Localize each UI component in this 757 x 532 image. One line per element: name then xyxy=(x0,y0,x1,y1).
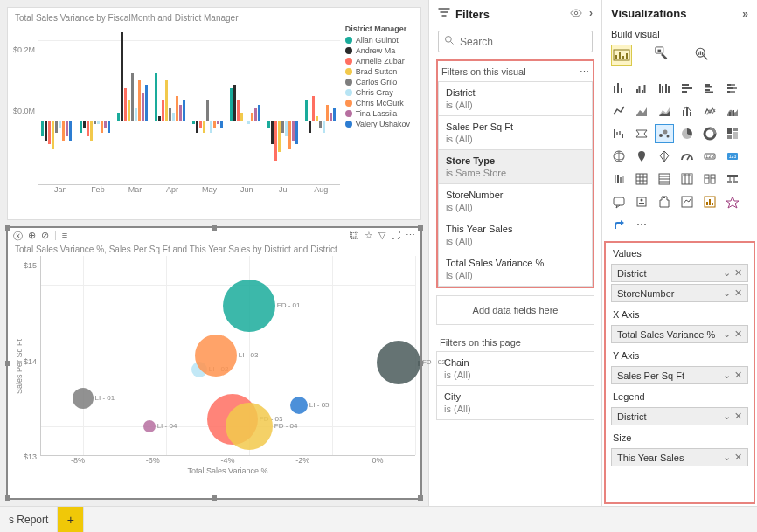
collapse-icon[interactable]: » xyxy=(742,8,748,20)
data-point[interactable] xyxy=(73,388,94,409)
viz-type-icon[interactable] xyxy=(632,192,651,211)
chevron-down-icon[interactable]: ⌄ xyxy=(723,452,731,463)
filter-card[interactable]: This Year Salesis (All) xyxy=(438,218,593,252)
viz-type-icon[interactable] xyxy=(700,79,719,98)
viz-type-icon[interactable] xyxy=(700,192,719,211)
viz-type-icon[interactable] xyxy=(655,124,674,143)
drill-down-icon[interactable]: ⊕ xyxy=(28,230,36,243)
collapse-icon[interactable]: › xyxy=(589,7,593,22)
data-point[interactable] xyxy=(223,280,275,332)
add-page-button[interactable]: + xyxy=(58,507,84,532)
legend-item[interactable]: Chris McGurk xyxy=(345,98,410,108)
filter-card[interactable]: Sales Per Sq Ftis (All) xyxy=(438,116,593,150)
legend-item[interactable]: Valery Ushakov xyxy=(345,119,410,129)
legend-item[interactable]: Chris Gray xyxy=(345,87,410,98)
add-data-fields[interactable]: Add data fields here xyxy=(436,295,594,325)
resize-handle[interactable] xyxy=(418,495,423,501)
data-point[interactable] xyxy=(143,420,156,432)
viz-type-icon[interactable] xyxy=(609,215,629,234)
viz-type-icon[interactable]: ⋯ xyxy=(632,215,651,234)
legend-item[interactable]: Brad Sutton xyxy=(345,66,410,77)
viz-type-icon[interactable] xyxy=(655,101,674,121)
field-chip[interactable]: District⌄✕ xyxy=(611,407,748,425)
field-chip[interactable]: Total Sales Variance %⌄✕ xyxy=(611,325,748,343)
viz-type-icon[interactable] xyxy=(723,192,742,211)
resize-handle[interactable] xyxy=(5,361,10,366)
format-tab[interactable] xyxy=(651,45,672,66)
eye-icon[interactable] xyxy=(570,7,582,22)
report-canvas[interactable]: Total Sales Variance by FiscalMonth and … xyxy=(0,0,428,506)
viz-type-icon[interactable] xyxy=(655,192,674,211)
focus-mode-icon[interactable]: ⛶ xyxy=(391,230,400,243)
viz-type-icon[interactable] xyxy=(655,147,674,166)
data-point[interactable] xyxy=(290,397,308,414)
viz-type-icon[interactable] xyxy=(655,79,674,98)
viz-type-icon[interactable] xyxy=(609,101,629,121)
legend-item[interactable]: Andrew Ma xyxy=(345,45,410,56)
resize-handle[interactable] xyxy=(5,225,10,231)
viz-type-icon[interactable] xyxy=(677,101,697,121)
more-icon[interactable]: ⋯ xyxy=(406,230,415,243)
scatter-chart[interactable]: ⓧ ⊕ ⊘ | ≡ ⿻ ☆ ▽ ⛶ ⋯ Total Sales Variance… xyxy=(7,227,421,499)
viz-type-icon[interactable] xyxy=(632,101,651,121)
resize-handle[interactable] xyxy=(212,225,217,231)
report-tab[interactable]: s Report xyxy=(0,507,58,532)
field-chip[interactable]: Sales Per Sq Ft⌄✕ xyxy=(611,366,748,384)
cluster-column-chart[interactable]: Total Sales Variance by FiscalMonth and … xyxy=(7,7,421,220)
remove-icon[interactable]: ✕ xyxy=(734,287,742,299)
remove-icon[interactable]: ✕ xyxy=(734,267,742,279)
legend-item[interactable]: Annelie Zubar xyxy=(345,56,410,66)
search-input[interactable] xyxy=(460,36,591,48)
remove-icon[interactable]: ✕ xyxy=(734,452,742,463)
filter-card[interactable]: Total Sales Variance %is (All) xyxy=(438,252,593,287)
viz-type-icon[interactable] xyxy=(677,147,697,166)
field-chip[interactable]: StoreNumber⌄✕ xyxy=(611,284,748,302)
data-point[interactable] xyxy=(377,341,420,384)
viz-type-icon[interactable] xyxy=(609,124,629,143)
viz-type-icon[interactable] xyxy=(700,101,719,121)
viz-type-icon[interactable] xyxy=(632,79,651,98)
legend-item[interactable]: Allan Guinot xyxy=(345,35,410,45)
viz-type-icon[interactable] xyxy=(723,101,742,121)
viz-type-icon[interactable] xyxy=(609,192,629,211)
viz-type-icon[interactable] xyxy=(700,169,719,189)
field-chip[interactable]: This Year Sales⌄✕ xyxy=(611,448,748,466)
viz-type-icon[interactable] xyxy=(723,124,742,143)
drill-toggle-icon[interactable]: ≡ xyxy=(62,230,67,243)
viz-type-icon[interactable] xyxy=(632,169,651,189)
viz-type-icon[interactable] xyxy=(609,79,629,98)
analytics-tab[interactable] xyxy=(691,45,712,66)
viz-type-icon[interactable] xyxy=(677,79,697,98)
filter-card[interactable]: StoreNumberis (All) xyxy=(438,184,593,218)
build-visual-tab[interactable] xyxy=(611,45,632,66)
data-point[interactable] xyxy=(195,335,237,377)
resize-handle[interactable] xyxy=(5,495,10,501)
legend-item[interactable]: Carlos Grilo xyxy=(345,77,410,87)
chevron-down-icon[interactable]: ⌄ xyxy=(723,287,731,299)
chevron-down-icon[interactable]: ⌄ xyxy=(723,267,731,279)
legend-item[interactable]: Tina Lassila xyxy=(345,108,410,119)
chevron-down-icon[interactable]: ⌄ xyxy=(723,328,731,340)
expand-icon[interactable]: ⊘ xyxy=(41,230,49,243)
chevron-down-icon[interactable]: ⌄ xyxy=(723,411,731,422)
more-icon[interactable]: ⋯ xyxy=(580,66,589,78)
viz-type-icon[interactable] xyxy=(609,147,629,166)
filter-search[interactable] xyxy=(438,31,593,52)
copy-icon[interactable]: ⿻ xyxy=(350,230,359,243)
viz-type-icon[interactable] xyxy=(723,169,742,189)
remove-icon[interactable]: ✕ xyxy=(734,411,742,422)
viz-type-icon[interactable] xyxy=(632,147,651,166)
viz-type-icon[interactable] xyxy=(677,169,697,189)
resize-handle[interactable] xyxy=(212,495,217,501)
pin-icon[interactable]: ☆ xyxy=(365,230,373,243)
chevron-down-icon[interactable]: ⌄ xyxy=(723,370,731,381)
field-chip[interactable]: District⌄✕ xyxy=(611,264,748,282)
filter-card[interactable]: Cityis (All) xyxy=(436,386,594,420)
viz-type-icon[interactable] xyxy=(609,169,629,189)
remove-icon[interactable]: ✕ xyxy=(734,328,742,340)
remove-icon[interactable]: ✕ xyxy=(734,370,742,381)
filter-card[interactable]: Chainis (All) xyxy=(436,351,594,386)
viz-type-icon[interactable] xyxy=(700,124,719,143)
filter-card[interactable]: Store Typeis Same Store xyxy=(438,150,593,184)
viz-type-icon[interactable] xyxy=(632,124,651,143)
